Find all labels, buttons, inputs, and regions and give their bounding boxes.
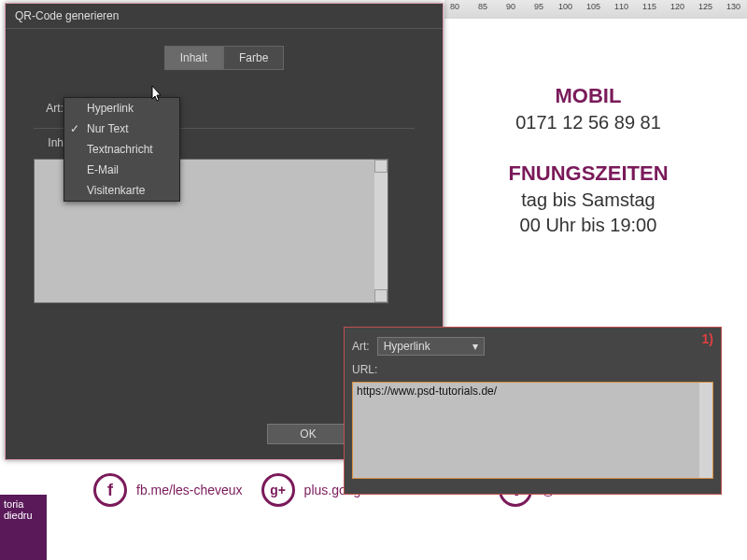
facebook-icon: f: [93, 473, 127, 507]
chevron-down-icon: ▾: [472, 340, 478, 353]
inhalt-label: Inh: [34, 136, 63, 149]
business-card-preview: MOBIL 0171 12 56 89 81 FNUNGSZEITEN tag …: [430, 75, 747, 236]
ruler-tick: 80: [450, 2, 459, 11]
ruler-tick: 110: [614, 2, 628, 11]
url-value: https://www.psd-tutorials.de/: [357, 385, 497, 398]
dropdown-item-email[interactable]: E-Mail: [64, 160, 179, 180]
art-select-2[interactable]: Hyperlink ▾: [377, 337, 485, 356]
hours-heading: FNUNGSZEITEN: [430, 161, 747, 186]
ruler-tick: 85: [478, 2, 487, 11]
url-textarea[interactable]: https://www.psd-tutorials.de/: [352, 382, 713, 479]
ruler: 80 85 90 95 100 105 110 115 120 125 130: [444, 0, 747, 19]
gplus-icon: g+: [261, 473, 295, 507]
dropdown-item-visitenkarte[interactable]: Visitenkarte: [64, 180, 179, 201]
annotation-number: 1): [702, 331, 713, 346]
mobil-heading: MOBIL: [430, 84, 747, 108]
ruler-tick: 115: [642, 2, 656, 11]
facebook-label: fb.me/les-cheveux: [136, 483, 243, 497]
tab-inhalt[interactable]: Inhalt: [164, 46, 223, 70]
art-select-2-value: Hyperlink: [384, 340, 430, 353]
scroll-up-icon[interactable]: [374, 160, 388, 173]
hours-line2: 00 Uhr bis 19:00: [430, 215, 747, 236]
watermark-line: toria: [4, 498, 43, 510]
dialog-title: QR-Code generieren: [6, 4, 443, 29]
ruler-tick: 130: [726, 2, 740, 11]
ruler-tick: 120: [670, 2, 684, 11]
ruler-tick: 90: [506, 2, 515, 11]
hours-line1: tag bis Samstag: [430, 189, 747, 211]
facebook-link[interactable]: f fb.me/les-cheveux: [93, 473, 243, 507]
dropdown-item-textnachricht[interactable]: Textnachricht: [64, 139, 179, 160]
hyperlink-panel: 1) Art: Hyperlink ▾ URL: https://www.psd…: [344, 327, 722, 495]
mobil-number: 0171 12 56 89 81: [430, 112, 747, 133]
watermark-strip: toria diedru: [0, 495, 47, 560]
cursor-icon: [151, 86, 164, 103]
ruler-tick: 125: [698, 2, 712, 11]
dropdown-item-nur-text[interactable]: Nur Text: [64, 119, 179, 139]
watermark-line: diedru: [4, 510, 43, 521]
dialog-tabs: Inhalt Farbe: [6, 46, 443, 70]
art-label-2: Art:: [352, 340, 370, 353]
ruler-tick: 105: [586, 2, 600, 11]
art-dropdown: Hyperlink Nur Text Textnachricht E-Mail …: [63, 97, 180, 202]
ruler-tick: 100: [558, 2, 572, 11]
ruler-tick: 95: [534, 2, 543, 11]
tab-farbe[interactable]: Farbe: [223, 46, 284, 70]
ok-button[interactable]: OK: [267, 424, 349, 444]
url-label: URL:: [345, 356, 721, 376]
scrollbar[interactable]: [699, 383, 712, 478]
art-label: Art:: [34, 102, 63, 115]
scrollbar[interactable]: [374, 160, 388, 302]
scroll-down-icon[interactable]: [374, 289, 388, 302]
